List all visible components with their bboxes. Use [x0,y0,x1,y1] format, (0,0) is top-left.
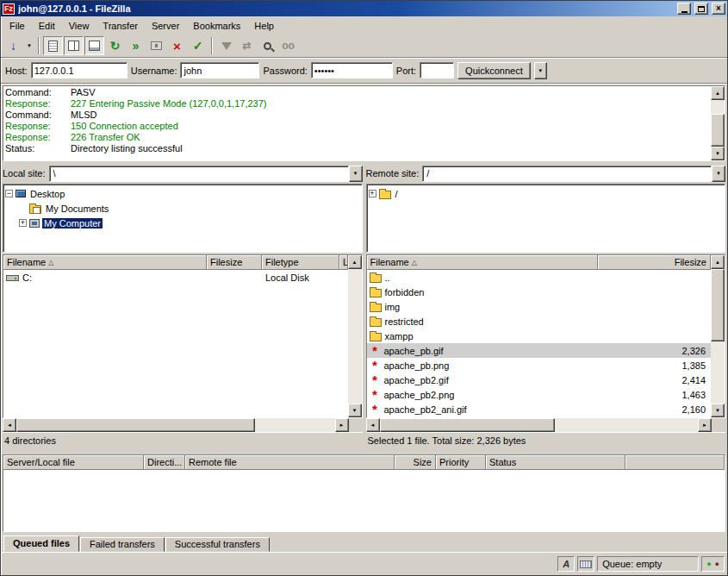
toolbar-separator [38,37,40,54]
menu-view[interactable]: View [62,18,96,34]
cancel-button[interactable]: × [167,36,187,55]
menu-file[interactable]: File [3,18,32,34]
file-row[interactable]: *apache_pb2_ani.gif2,160 [367,402,712,416]
remote-site-combo[interactable]: / ▼ [422,166,725,182]
find-button[interactable]: oo [278,36,298,55]
queue-body[interactable] [3,470,725,531]
password-input[interactable] [311,62,393,78]
scrollbar-track[interactable] [16,418,335,432]
file-row[interactable]: .. [367,270,712,285]
quickconnect-button[interactable]: Quickconnect [457,62,531,79]
file-row[interactable]: *apache_pb.png1,385 [367,358,712,373]
local-site-value[interactable]: \ [49,166,349,182]
remote-site-dropdown[interactable]: ▼ [712,166,725,182]
site-manager-dropdown[interactable]: ▼ [24,36,34,55]
toggle-tree-view-button[interactable] [64,36,84,55]
toggle-queue-view-button[interactable] [84,36,104,55]
scrollbar-track[interactable] [348,269,362,404]
file-row[interactable]: xampp [367,329,712,343]
file-row-selected[interactable]: *apache_pb.gif2,326 [367,343,712,358]
title-bar[interactable]: Fz john@127.0.0.1 - FileZilla × [1,1,727,16]
remote-vertical-scrollbar[interactable]: ▲ ▼ [711,255,725,417]
menu-help[interactable]: Help [247,18,281,34]
compare-button[interactable]: ⇄ [237,36,257,55]
column-header-remote-file[interactable]: Remote file [185,455,395,470]
scroll-left-button[interactable]: ◄ [366,418,380,432]
transfer-type-indicator[interactable]: A [557,556,575,572]
site-manager-button[interactable]: ↓ [3,36,23,55]
menu-edit[interactable]: Edit [32,18,62,34]
tab-successful-transfers[interactable]: Successful transfers [165,537,270,552]
toggle-message-log-button[interactable] [43,36,63,55]
column-header-priority[interactable]: Priority [436,455,486,470]
column-header-direction[interactable]: Directi... [144,455,185,470]
port-input[interactable] [420,62,454,78]
file-row[interactable]: restricted [367,314,712,329]
tab-failed-transfers[interactable]: Failed transfers [80,537,165,552]
column-header-status[interactable]: Status [486,455,625,470]
input-mode-indicator[interactable] [577,556,594,572]
column-header-filesize[interactable]: Filesize [207,255,262,270]
expand-icon[interactable]: + [19,219,27,227]
local-site-combo[interactable]: \ ▼ [49,166,363,182]
file-row[interactable]: forbidden [367,285,712,299]
close-button[interactable]: × [712,3,725,15]
scroll-up-button[interactable]: ▲ [348,255,362,269]
file-row[interactable]: img [367,299,712,314]
tree-item-my-documents[interactable]: My Documents [5,201,360,216]
tab-queued-files[interactable]: Queued files [3,535,79,552]
scrollbar-track[interactable] [711,100,725,147]
scroll-down-button[interactable]: ▼ [348,404,362,417]
scroll-down-button[interactable]: ▼ [711,147,725,160]
process-queue-button[interactable]: » [126,36,146,55]
menu-transfer[interactable]: Transfer [96,18,145,34]
search-button[interactable] [258,36,277,55]
local-site-label: Local site: [3,168,46,178]
tree-item-my-computer[interactable]: + My Computer [5,216,360,230]
snapshot-button[interactable] [146,36,166,55]
expand-icon[interactable]: + [369,190,376,197]
remote-site-value[interactable]: / [422,166,712,182]
refresh-button[interactable]: ↻ [105,36,125,55]
tree-item-root[interactable]: + / [369,186,724,201]
maximize-button[interactable] [694,3,708,15]
local-vertical-scrollbar[interactable]: ▲ ▼ [348,255,362,417]
disconnect-button[interactable]: ✓ [188,36,208,55]
remote-horizontal-scrollbar[interactable]: ◄ ► [366,418,726,432]
folder-icon [370,289,382,297]
scroll-right-button[interactable]: ► [335,418,349,432]
scroll-right-button[interactable]: ► [698,418,712,432]
minimize-button[interactable] [677,3,691,15]
column-header-filename[interactable]: Filename△ [3,255,207,270]
scroll-up-button[interactable]: ▲ [711,255,725,269]
column-header-lastmodified[interactable]: L [339,255,348,270]
scrollbar-thumb[interactable] [16,418,255,432]
scroll-down-button[interactable]: ▼ [711,404,725,417]
file-row[interactable]: *apache_pb2.gif2,414 [367,373,712,387]
tree-item-desktop[interactable]: − Desktop [5,186,360,201]
scroll-up-button[interactable]: ▲ [711,86,725,100]
column-header-filename[interactable]: Filename△ [367,255,598,270]
column-header-filetype[interactable]: Filetype [262,255,339,270]
file-row-c-drive[interactable]: C: Local Disk [3,270,348,285]
column-header-size[interactable]: Size [395,455,436,470]
column-header-server-local-file[interactable]: Server/Local file [3,455,144,470]
host-input[interactable] [31,62,128,78]
column-header-filesize[interactable]: Filesize [598,255,712,270]
local-horizontal-scrollbar[interactable]: ◄ ► [3,418,363,432]
scrollbar-thumb[interactable] [380,418,555,432]
collapse-icon[interactable]: − [5,190,13,197]
filter-button[interactable] [216,36,236,55]
local-site-dropdown[interactable]: ▼ [349,166,363,182]
quickconnect-dropdown[interactable]: ▼ [534,62,547,79]
menu-server[interactable]: Server [145,18,186,34]
file-row[interactable]: *apache_pb2.png1,463 [367,387,712,402]
scroll-left-button[interactable]: ◄ [3,418,16,432]
scrollbar-thumb[interactable] [711,114,725,147]
scrollbar-track[interactable] [380,418,699,432]
username-input[interactable] [180,62,259,78]
menu-bookmarks[interactable]: Bookmarks [186,18,247,34]
log-vertical-scrollbar[interactable]: ▲ ▼ [711,86,725,160]
scrollbar-thumb[interactable] [711,269,725,341]
scrollbar-track[interactable] [711,269,725,404]
